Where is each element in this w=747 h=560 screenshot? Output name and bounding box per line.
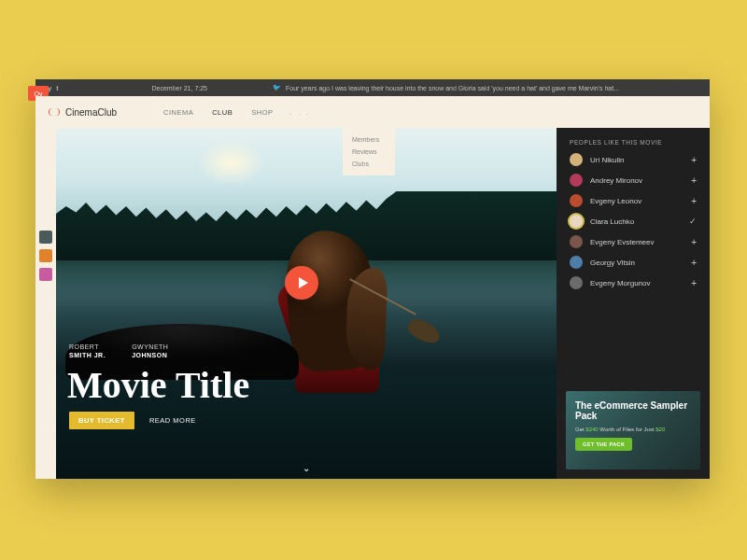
person-row[interactable]: Evgeny Morgunov+ <box>570 276 697 289</box>
app-window: Ov f y t December 21, 7:25 🐦 Four years … <box>35 79 710 479</box>
dropdown-reviews[interactable]: Reviews <box>343 146 395 158</box>
avatar <box>570 153 583 166</box>
rail-thumb[interactable] <box>39 231 52 244</box>
credit-2-first: GWYNETH <box>132 343 168 351</box>
person-row[interactable]: Uri Nikulin+ <box>570 153 697 166</box>
sidebar-title: PEOPLES LIKE THIS MOVIE <box>557 128 710 153</box>
sidebar: PEOPLES LIKE THIS MOVIE Uri Nikulin+Andr… <box>557 128 710 479</box>
credit-1-first: ROBERT <box>69 343 106 351</box>
promo-title: The eCommerce Sampler Pack <box>575 400 691 421</box>
person-name: Georgy Vitsin <box>590 259 635 267</box>
play-button[interactable] <box>285 266 318 300</box>
plus-icon[interactable]: + <box>691 237 697 247</box>
hero-figure <box>261 225 402 412</box>
nav-shop[interactable]: SHOP <box>251 108 273 117</box>
logo-icon <box>49 108 60 116</box>
plus-icon[interactable]: + <box>691 258 697 268</box>
dropdown-clubs[interactable]: Clubs <box>343 158 395 170</box>
logo[interactable]: CinemaClub <box>49 107 117 118</box>
header: CinemaClub CINEMA CLUB SHOP . . . Member… <box>35 96 710 128</box>
rail-thumb[interactable] <box>39 249 52 262</box>
rail-thumb[interactable] <box>39 268 52 281</box>
plus-icon[interactable]: + <box>691 196 697 206</box>
cta-row: BUY TICKET READ MORE <box>69 412 196 429</box>
credit-2-last: JOHNSON <box>132 351 168 359</box>
person-row[interactable]: Georgy Vitsin+ <box>570 256 697 269</box>
read-more-link[interactable]: READ MORE <box>149 416 196 425</box>
person-name: Andrey Mironov <box>590 176 642 185</box>
tumblr-icon[interactable]: t <box>56 84 58 92</box>
twitter-bird-icon: 🐦 <box>273 84 281 91</box>
timestamp: December 21, 7:25 <box>151 85 207 91</box>
avatar <box>570 174 583 187</box>
plus-icon[interactable]: + <box>691 155 697 165</box>
person-row[interactable]: Evgeny Leonov+ <box>570 194 697 207</box>
avatar <box>570 276 583 289</box>
person-name: Evgeny Leonov <box>590 197 641 205</box>
person-row[interactable]: Andrey Mironov+ <box>570 174 697 187</box>
plus-icon[interactable]: + <box>691 278 697 288</box>
logo-text: CinemaClub <box>65 107 117 118</box>
credit-2: GWYNETH JOHNSON <box>132 343 168 359</box>
ticker[interactable]: 🐦 Four years ago I was leaving their hou… <box>273 84 619 91</box>
nav-dropdown: Members Reviews Clubs <box>343 128 395 175</box>
top-status-bar: f y t December 21, 7:25 🐦 Four years ago… <box>35 79 710 96</box>
person-name: Clara Luchko <box>590 217 634 226</box>
ticker-text: Four years ago I was leaving their house… <box>286 85 619 91</box>
nav-club[interactable]: CLUB <box>212 108 233 117</box>
credit-1-last: SMITH JR. <box>69 351 106 359</box>
person-name: Uri Nikulin <box>590 156 624 164</box>
promo-subtitle: Get $240 Worth of Files for Just $20 <box>575 427 691 432</box>
plus-icon[interactable]: + <box>691 175 697 186</box>
thumbnail-rail <box>35 128 56 479</box>
primary-nav: CINEMA CLUB SHOP <box>163 108 273 117</box>
check-icon[interactable]: ✓ <box>689 217 697 226</box>
promo-cta-button[interactable]: GET THE PACK <box>575 438 632 451</box>
person-name: Evgeny Morgunov <box>590 279 650 287</box>
main: ROBERT SMITH JR. GWYNETH JOHNSON Movie T… <box>35 128 710 479</box>
scroll-down-icon[interactable]: ⌄ <box>303 463 310 473</box>
dropdown-members[interactable]: Members <box>343 133 395 146</box>
person-row[interactable]: Clara Luchko✓ <box>570 215 697 228</box>
movie-title: Movie Title <box>67 363 249 407</box>
avatar <box>570 256 583 269</box>
avatar <box>570 194 583 207</box>
promo-card[interactable]: The eCommerce Sampler Pack Get $240 Wort… <box>566 391 700 469</box>
more-nav-icon[interactable]: . . . <box>289 108 309 117</box>
avatar <box>570 235 583 248</box>
avatar <box>570 215 583 228</box>
person-row[interactable]: Evgeny Evstemeev+ <box>570 235 697 248</box>
nav-cinema[interactable]: CINEMA <box>163 108 193 117</box>
person-name: Evgeny Evstemeev <box>590 238 654 246</box>
hero: ROBERT SMITH JR. GWYNETH JOHNSON Movie T… <box>56 128 557 479</box>
credits: ROBERT SMITH JR. GWYNETH JOHNSON <box>69 343 168 359</box>
people-list: Uri Nikulin+Andrey Mironov+Evgeny Leonov… <box>557 153 710 289</box>
credit-1: ROBERT SMITH JR. <box>69 343 106 359</box>
buy-ticket-button[interactable]: BUY TICKET <box>69 412 134 429</box>
